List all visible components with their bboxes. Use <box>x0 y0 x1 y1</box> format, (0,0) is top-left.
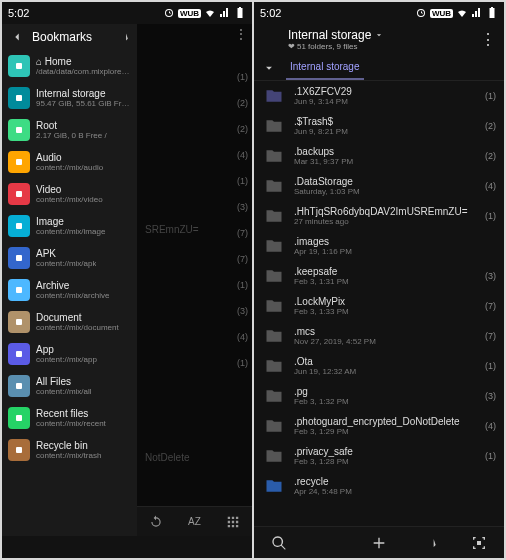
bookmark-item[interactable]: Internal storage95.47 GiB, 55.61 GiB Fre… <box>2 82 137 114</box>
phone-right: 5:02 WUB Internal storage ❤ 51 folders, … <box>254 2 504 558</box>
file-count: (1) <box>485 451 496 461</box>
refresh-icon[interactable] <box>149 515 163 529</box>
dimmed-main: ⋮ (1)(2)(2)(4)(1)(3)(7)(7)(1)(3)(4)(1) S… <box>137 24 252 536</box>
bookmark-item[interactable]: Appcontent://mix/app <box>2 338 137 370</box>
dropdown-icon[interactable] <box>374 30 384 40</box>
file-name: .backups <box>294 146 477 157</box>
dim-row: (1) <box>137 272 252 298</box>
file-count: (7) <box>485 301 496 311</box>
dim-row: (7) <box>137 246 252 272</box>
file-row[interactable]: .backupsMar 31, 9:37 PM(2) <box>254 141 504 171</box>
file-name: .Ota <box>294 356 477 367</box>
bookmark-item[interactable]: Recycle bincontent://mix/trash <box>2 434 137 466</box>
tab-internal[interactable]: Internal storage <box>286 55 364 80</box>
file-row[interactable]: .$Trash$Jun 9, 8:21 PM(2) <box>254 111 504 141</box>
item-count: (4) <box>237 150 248 160</box>
folder-icon <box>262 294 286 318</box>
file-row[interactable]: .1X6ZFCV29Jun 9, 3:14 PM(1) <box>254 81 504 111</box>
bookmark-name: All Files <box>36 376 92 387</box>
sort-icon[interactable] <box>421 535 437 551</box>
tabs: Internal storage <box>254 55 504 81</box>
bookmark-item[interactable]: APKcontent://mix/apk <box>2 242 137 274</box>
trash-icon <box>8 439 30 461</box>
file-row[interactable]: .DataStorageSaturday, 1:03 PM(4) <box>254 171 504 201</box>
bookmark-item[interactable]: All Filescontent://mix/all <box>2 370 137 402</box>
menu-icon[interactable]: ⋮ <box>234 26 248 42</box>
menu-icon[interactable] <box>262 32 278 48</box>
file-date: Feb 3, 1:33 PM <box>294 307 477 316</box>
bookmark-path: content://mix/audio <box>36 163 103 172</box>
clock: 5:02 <box>8 7 29 19</box>
file-count: (1) <box>485 211 496 221</box>
svg-rect-9 <box>16 351 22 357</box>
dim-row: (1) <box>137 350 252 376</box>
file-name: .$Trash$ <box>294 116 477 127</box>
sort-icon[interactable] <box>115 30 129 44</box>
file-count: (4) <box>485 421 496 431</box>
svg-rect-3 <box>16 159 22 165</box>
file-count: (7) <box>485 331 496 341</box>
sidebar-header: Bookmarks <box>2 24 137 50</box>
bookmark-name: Image <box>36 216 105 227</box>
file-row[interactable]: .imagesApr 19, 1:16 PM <box>254 231 504 261</box>
bookmark-item[interactable]: Archivecontent://mix/archive <box>2 274 137 306</box>
bookmark-item[interactable]: Documentcontent://mix/document <box>2 306 137 338</box>
dim-row: (4) <box>137 142 252 168</box>
bookmark-list: ⌂ Home/data/data/com.mixplorer/homeInter… <box>2 50 137 536</box>
folder-icon <box>262 234 286 258</box>
dim-row: (4) <box>137 324 252 350</box>
file-count: (3) <box>485 271 496 281</box>
svg-rect-2 <box>16 127 22 133</box>
file-row[interactable]: .mcsNov 27, 2019, 4:52 PM(7) <box>254 321 504 351</box>
file-name: .keepsafe <box>294 266 477 277</box>
bookmark-item[interactable]: Audiocontent://mix/audio <box>2 146 137 178</box>
dim-row: (3) <box>137 298 252 324</box>
folder-icon <box>262 474 286 498</box>
file-date: 27 minutes ago <box>294 217 477 226</box>
back-icon[interactable] <box>10 30 24 44</box>
header-title[interactable]: Internal storage <box>288 28 371 42</box>
apk-icon <box>8 247 30 269</box>
overflow-menu[interactable]: ⋮ <box>480 30 496 49</box>
svg-rect-5 <box>16 223 22 229</box>
file-row[interactable]: .HhTjqSRo6dybqDAV2ImUSREmnZU=27 minutes … <box>254 201 504 231</box>
file-row[interactable]: .keepsafeFeb 3, 1:31 PM(3) <box>254 261 504 291</box>
bookmark-name: Document <box>36 312 119 323</box>
search-icon[interactable] <box>271 535 287 551</box>
svg-rect-12 <box>16 447 22 453</box>
item-count: (1) <box>237 176 248 186</box>
file-row[interactable]: .pgFeb 3, 1:32 PM(3) <box>254 381 504 411</box>
bookmark-item[interactable]: Videocontent://mix/video <box>2 178 137 210</box>
bookmark-name: Recent files <box>36 408 106 419</box>
bottom-toolbar <box>254 526 504 558</box>
file-row[interactable]: .photoguard_encrypted_DoNotDeleteFeb 3, … <box>254 411 504 441</box>
sort-az[interactable]: AZ <box>188 516 201 527</box>
bookmark-item[interactable]: Recent filescontent://mix/recent <box>2 402 137 434</box>
chevron-down-icon[interactable] <box>262 61 276 75</box>
bookmark-item[interactable]: ⌂ Home/data/data/com.mixplorer/home <box>2 50 137 82</box>
file-date: Feb 3, 1:28 PM <box>294 457 477 466</box>
file-row[interactable]: .OtaJun 19, 12:32 AM(1) <box>254 351 504 381</box>
file-date: Feb 3, 1:32 PM <box>294 397 477 406</box>
video-icon <box>8 183 30 205</box>
bookmark-path: 95.47 GiB, 55.61 GiB Free /storage/emula… <box>36 99 131 108</box>
select-icon[interactable] <box>471 535 487 551</box>
bookmark-item[interactable]: Imagecontent://mix/image <box>2 210 137 242</box>
add-icon[interactable] <box>371 535 387 551</box>
file-row[interactable]: .privacy_safeFeb 3, 1:28 PM(1) <box>254 441 504 471</box>
sidebar-title: Bookmarks <box>32 30 92 44</box>
file-name: .images <box>294 236 488 247</box>
partial-text: SREmnZU= <box>145 224 199 235</box>
bookmark-name: Recycle bin <box>36 440 101 451</box>
wub-badge: WUB <box>178 9 201 18</box>
file-row[interactable]: .LockMyPixFeb 3, 1:33 PM(7) <box>254 291 504 321</box>
grid-icon[interactable] <box>226 515 240 529</box>
file-date: Apr 19, 1:16 PM <box>294 247 488 256</box>
svg-rect-7 <box>16 287 22 293</box>
file-row[interactable]: .recycleApr 24, 5:48 PM <box>254 471 504 501</box>
bookmark-item[interactable]: Root2.17 GiB, 0 B Free / <box>2 114 137 146</box>
file-date: Feb 3, 1:29 PM <box>294 427 477 436</box>
list-icon[interactable] <box>321 535 337 551</box>
image-icon <box>8 215 30 237</box>
svg-rect-4 <box>16 191 22 197</box>
